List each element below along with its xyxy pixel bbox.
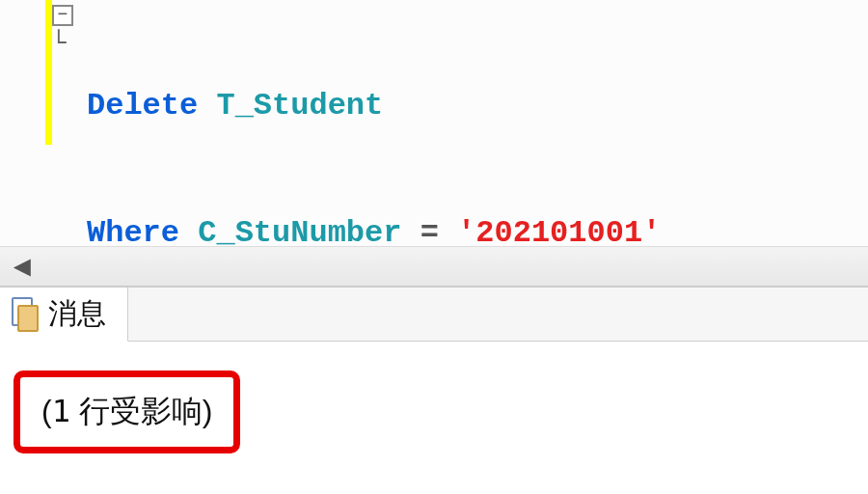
rows-affected-text: 行受影响 [70,394,203,428]
keyword-delete: Delete [87,88,198,124]
scroll-left-icon[interactable]: ◄ [8,250,37,283]
rows-affected-count: 1 [52,393,70,429]
messages-icon [10,297,39,332]
message-area: (1 行受影响) [0,342,868,482]
gutter: − └ [52,0,83,61]
highlight-box: (1 行受影响) [14,370,240,453]
horizontal-scrollbar[interactable]: ◄ [0,246,868,287]
change-marker [45,0,52,145]
messages-tab[interactable]: 消息 [0,288,128,342]
paren-close: ) [203,394,213,428]
sql-editor-pane[interactable]: − └ Delete T_Student Where C_StuNumber =… [0,0,868,246]
tree-marker-icon: └ [51,26,83,61]
identifier-table: T_Student [216,88,383,124]
results-tab-bar: 消息 [0,288,868,342]
paren-open: ( [41,394,52,428]
results-pane: 消息 (1 行受影响) [0,287,868,494]
collapse-icon[interactable]: − [52,5,73,26]
messages-tab-label: 消息 [48,294,106,334]
code-line-1[interactable]: Delete T_Student [87,85,661,127]
